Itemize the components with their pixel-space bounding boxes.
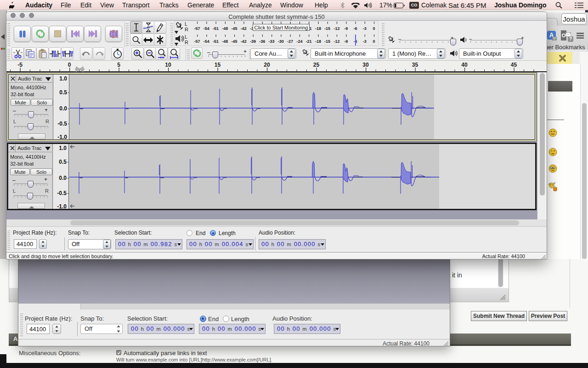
- svg-text:-3: -3: [363, 26, 367, 31]
- svg-text:-9: -9: [344, 39, 348, 44]
- svg-text:-12: -12: [334, 39, 339, 44]
- svg-text:-27: -27: [287, 39, 293, 44]
- svg-text:35: 35: [412, 62, 418, 68]
- svg-text:-51: -51: [213, 39, 219, 44]
- svg-text:-54: -54: [204, 26, 209, 31]
- svg-text:5: 5: [117, 62, 120, 68]
- svg-text:-15: -15: [324, 39, 330, 44]
- svg-text:-45: -45: [231, 39, 237, 44]
- svg-text:-33: -33: [269, 39, 275, 44]
- svg-text:45: 45: [511, 62, 517, 68]
- svg-text:-36: -36: [259, 39, 265, 44]
- svg-text:-30: -30: [278, 39, 284, 44]
- svg-text:-57: -57: [194, 26, 200, 31]
- svg-text:40: 40: [461, 62, 468, 68]
- svg-text:0: 0: [373, 26, 375, 31]
- svg-text:-24: -24: [296, 39, 302, 44]
- svg-text:-57: -57: [194, 39, 200, 44]
- svg-text:10: 10: [165, 62, 171, 68]
- svg-text:-42: -42: [241, 26, 247, 31]
- svg-text:-48: -48: [222, 26, 228, 31]
- svg-text:-9: -9: [344, 26, 348, 31]
- svg-text:-45: -45: [231, 26, 237, 31]
- svg-text:-6: -6: [353, 26, 357, 31]
- svg-text:-42: -42: [241, 39, 247, 44]
- svg-text:-51: -51: [213, 26, 219, 31]
- svg-text:-39: -39: [250, 39, 256, 44]
- svg-text:-5: -5: [17, 62, 23, 68]
- svg-text:-48: -48: [222, 39, 228, 44]
- svg-text:-18: -18: [315, 26, 321, 31]
- svg-text:-15: -15: [324, 26, 330, 31]
- svg-text:-18: -18: [315, 39, 321, 44]
- svg-text:30: 30: [362, 62, 369, 68]
- svg-text:0: 0: [68, 62, 71, 68]
- svg-text:25: 25: [313, 62, 320, 68]
- svg-text:15: 15: [215, 62, 221, 68]
- svg-text:0: 0: [373, 39, 375, 44]
- svg-text:-54: -54: [204, 39, 209, 44]
- svg-text:20: 20: [264, 62, 270, 68]
- svg-text:-12: -12: [334, 26, 339, 31]
- svg-text:-3: -3: [363, 39, 367, 44]
- svg-text:-21: -21: [306, 39, 312, 44]
